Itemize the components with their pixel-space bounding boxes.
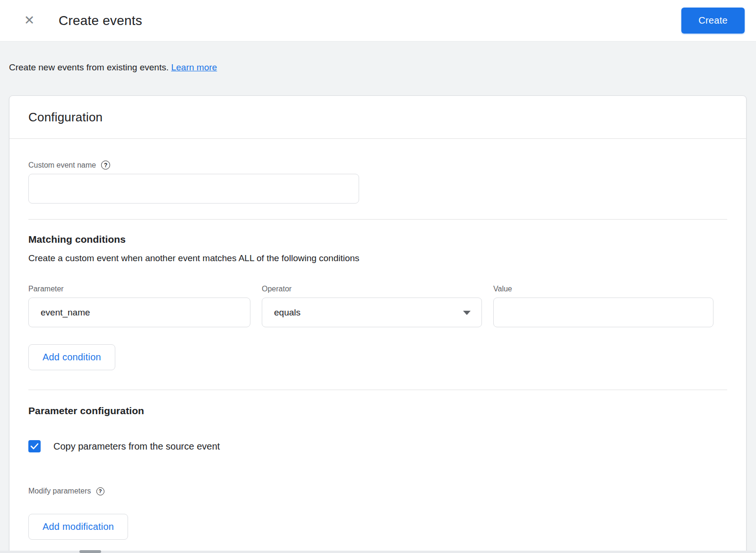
value-input[interactable]: [493, 298, 713, 327]
close-icon[interactable]: ✕: [22, 14, 36, 28]
add-condition-button[interactable]: Add condition: [28, 344, 115, 370]
matching-conditions-description: Create a custom event when another event…: [28, 253, 727, 264]
help-icon[interactable]: ?: [96, 487, 104, 495]
intro-line: Create new events from existing events. …: [0, 42, 756, 73]
custom-event-name-input[interactable]: [28, 174, 359, 204]
page-title: Create events: [59, 13, 142, 28]
add-modification-button[interactable]: Add modification: [28, 514, 128, 540]
custom-event-name-label: Custom event name: [28, 161, 96, 170]
learn-more-link[interactable]: Learn more: [171, 62, 217, 72]
section-divider: [28, 219, 727, 220]
copy-parameters-label: Copy parameters from the source event: [53, 441, 220, 452]
card-header: Configuration: [9, 96, 746, 139]
checkmark-icon: [30, 443, 39, 450]
copy-parameters-checkbox[interactable]: [28, 440, 41, 452]
modify-parameters-label: Modify parameters: [28, 487, 91, 495]
modify-parameters-label-row: Modify parameters ?: [28, 487, 727, 495]
parameter-configuration-heading: Parameter configuration: [28, 405, 727, 417]
configuration-card: Configuration Custom event name ? Matchi…: [9, 95, 747, 553]
matching-conditions-heading: Matching conditions: [28, 234, 727, 245]
parameter-label: Parameter: [28, 285, 250, 293]
operator-label: Operator: [262, 285, 482, 293]
parameter-input[interactable]: [28, 298, 250, 327]
value-label: Value: [493, 285, 713, 293]
condition-row: Parameter Operator equals Value: [28, 285, 727, 327]
copy-parameters-row: Copy parameters from the source event: [28, 440, 727, 452]
operator-selected-value: equals: [274, 307, 301, 318]
intro-text: Create new events from existing events.: [9, 62, 169, 72]
section-divider: [28, 390, 727, 390]
create-button[interactable]: Create: [681, 8, 745, 34]
card-title: Configuration: [28, 110, 103, 124]
horizontal-scrollbar-thumb[interactable]: [79, 550, 101, 553]
card-body: Custom event name ? Matching conditions …: [9, 139, 746, 553]
help-icon[interactable]: ?: [101, 161, 110, 170]
dropdown-arrow-icon: [463, 311, 471, 315]
custom-event-name-label-row: Custom event name ?: [28, 161, 727, 170]
topbar: ✕ Create events Create: [0, 0, 756, 42]
operator-select[interactable]: equals: [262, 298, 482, 327]
bottom-strip: [0, 551, 756, 553]
